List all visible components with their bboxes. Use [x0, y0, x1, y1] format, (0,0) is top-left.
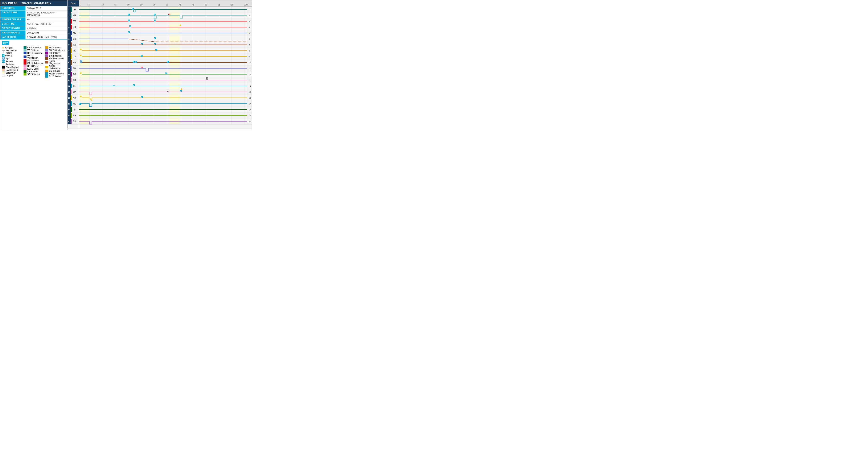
key-driver-item: VB: V Bottas [24, 49, 44, 52]
key-driver-item: CL: C Leclerc [45, 75, 66, 78]
driver-color-BH [45, 55, 48, 57]
svg-text:60: 60 [231, 4, 233, 6]
svg-rect-174 [71, 90, 72, 94]
svg-text:18: 18 [68, 109, 70, 111]
svg-text:14: 14 [249, 85, 251, 87]
key-driver-item: RG: R Grosjean [45, 57, 66, 60]
svg-text:65: 65 [244, 4, 246, 6]
svg-text:NH: NH [73, 97, 76, 99]
driver-color-SD [45, 49, 48, 52]
key-header: KEY [2, 41, 9, 45]
svg-text:P: P [79, 103, 81, 105]
svg-text:30: 30 [153, 4, 155, 6]
svg-text:P: P [128, 32, 129, 33]
key-lapped: Lapped [2, 74, 22, 77]
svg-text:7: 7 [68, 44, 69, 46]
info-value: 4.655KM [25, 26, 67, 31]
key-driver-item: ME: M Ericsson [45, 72, 66, 75]
accident-icon: ★ [2, 46, 4, 49]
svg-text:7: 7 [249, 44, 250, 46]
svg-text:★: ★ [80, 71, 82, 74]
svg-text:PG: PG [73, 73, 76, 76]
svg-text:★: ★ [180, 87, 183, 91]
info-label: CIRCUIT NAME: [0, 10, 25, 18]
safetycar-label: Safety Car [6, 72, 16, 74]
key-driver-item: NH: N Hulkenberg [45, 65, 66, 69]
key-driver-item: SS: S Sirotkin [24, 73, 44, 76]
key-safetycar: Safety Car [2, 71, 22, 74]
key-redflag: Red Flagged [2, 69, 22, 71]
svg-text:19: 19 [249, 115, 251, 117]
svg-text:P: P [133, 85, 134, 86]
svg-rect-87 [71, 19, 72, 24]
key-driver-item: EO: E Ocon [24, 67, 44, 70]
svg-rect-190 [71, 101, 72, 106]
mechanical-label: Mechanical failure [6, 50, 23, 54]
info-row: RACE DISTANCE:307.104KM [0, 31, 67, 35]
redflag-icon [2, 69, 5, 71]
svg-text:5: 5 [249, 32, 250, 34]
key-driver-item: LH: L Hamilton [24, 46, 44, 49]
svg-text:MV: MV [73, 32, 76, 34]
key-driver-item: SP: S Perez [24, 65, 44, 67]
svg-rect-95 [71, 25, 72, 29]
svg-text:11: 11 [249, 67, 251, 69]
svg-text:12: 12 [249, 73, 251, 76]
svg-text:P: P [135, 61, 137, 63]
key-blackflag: Black Flagged [2, 66, 22, 68]
svg-rect-204 [71, 119, 72, 124]
driver-color-FA [45, 46, 48, 49]
svg-text:ME: ME [73, 102, 76, 105]
svg-text:1: 1 [80, 4, 81, 6]
svg-text:18: 18 [249, 109, 251, 111]
spin-icon: 🌀 [2, 57, 5, 60]
svg-text:KM: KM [73, 44, 76, 46]
svg-rect-167 [71, 84, 72, 88]
info-label: START TIME [0, 22, 25, 26]
excluded-label: Excluded [6, 63, 14, 66]
svg-text:1: 1 [68, 9, 69, 11]
driver-color-DR [24, 52, 27, 54]
info-row: RACE DATE:13 MAY 2018 [0, 6, 67, 10]
svg-text:16: 16 [68, 97, 70, 99]
svg-text:19: 19 [68, 115, 70, 117]
svg-rect-147 [71, 66, 72, 71]
svg-text:50: 50 [205, 4, 207, 6]
svg-text:★: ★ [80, 95, 82, 98]
svg-text:4: 4 [68, 26, 69, 28]
lapped-label: Lapped [6, 74, 12, 77]
svg-text:BH: BH [73, 120, 76, 123]
svg-text:45: 45 [192, 4, 194, 6]
info-value: CIRCUIT DE BARCELONA-CATALUNYA [25, 10, 67, 18]
svg-text:10: 10 [101, 4, 104, 6]
svg-rect-200 [71, 113, 72, 118]
info-value: 66 [25, 18, 67, 22]
driver-color-SP [24, 65, 27, 67]
key-drivers-col2: FA: F AlonsoSD: S VandoornePG: P GaslyBH… [45, 46, 66, 78]
svg-text:CL: CL [73, 85, 76, 87]
svg-text:17: 17 [249, 103, 251, 105]
svg-text:SD: SD [73, 67, 76, 69]
svg-text:6: 6 [249, 38, 250, 40]
svg-rect-129 [71, 54, 72, 59]
info-row: NUMBER OF LAPS:66 [0, 18, 67, 22]
mechanical-icon: M [2, 50, 5, 53]
svg-text:★: ★ [80, 54, 82, 57]
svg-text:20: 20 [249, 120, 251, 123]
svg-text:66: 66 [246, 4, 248, 6]
left-panel: ROUND 05 SPANISH GRAND PRIX RACE DATE:13… [0, 0, 67, 130]
svg-text:14: 14 [68, 85, 70, 87]
svg-text:Grid: Grid [71, 2, 76, 5]
svg-text:3: 3 [249, 21, 250, 23]
svg-text:20: 20 [68, 120, 70, 123]
key-driver-item: DR: D Ricciardo [24, 52, 44, 54]
svg-text:P: P [154, 37, 156, 39]
svg-text:15: 15 [114, 4, 117, 6]
pitstop-icon: P [2, 54, 4, 57]
penalty-icon: Pe [2, 60, 5, 63]
chart-container[interactable]: Grid [67, 0, 252, 130]
penalty-label: Penalty [6, 60, 13, 63]
blackflag-label: Black Flagged [6, 66, 19, 68]
svg-text:★: ★ [179, 23, 182, 27]
svg-text:★: ★ [80, 48, 82, 51]
